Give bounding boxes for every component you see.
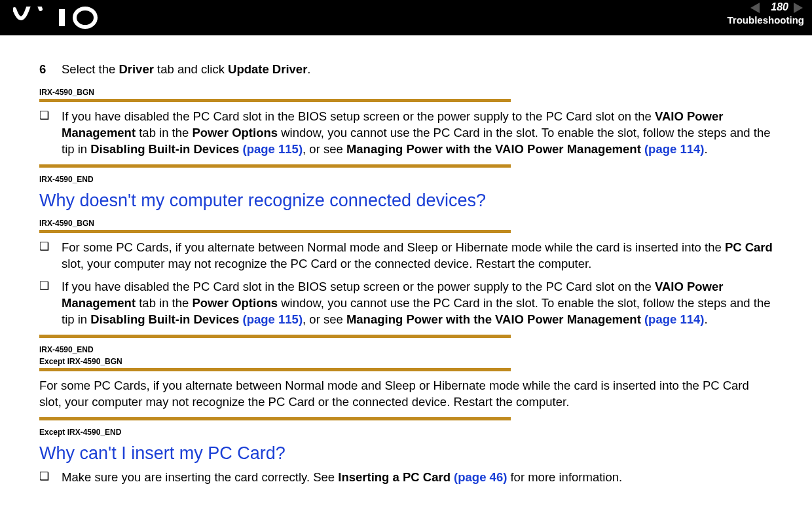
bullet-icon: ❑ [39,470,50,486]
rule-divider [39,230,511,233]
bullet-item: ❑ If you have disabled the PC Card slot … [39,109,773,158]
bullet-item: ❑ For some PC Cards, if you alternate be… [39,240,773,272]
bullet-item: ❑ Make sure you are inserting the card c… [39,470,773,486]
rule-divider [39,164,511,168]
rule-divider [39,417,511,420]
section-name: Troubleshooting [728,14,805,26]
bullet-text: Make sure you are inserting the card cor… [62,470,622,486]
bullet-text: If you have disabled the PC Card slot in… [62,279,773,328]
step-row: 6 Select the Driver tab and click Update… [39,62,773,78]
step-number: 6 [39,62,50,78]
page-link[interactable]: (page 115) [243,142,303,156]
vaio-logo-svg [13,7,105,29]
marker-except-bgn: Except IRX-4590_BGN [39,356,773,367]
page-link[interactable]: (page 46) [454,470,507,484]
section-heading: Why can't I insert my PC Card? [39,441,773,465]
page-link[interactable]: (page 114) [644,142,705,156]
rule-divider [39,368,511,371]
marker-end: IRX-4590_END [39,344,773,355]
bullet-text: For some PC Cards, if you alternate betw… [62,240,773,272]
bullet-icon: ❑ [39,240,50,272]
section-heading: Why doesn't my computer recognize connec… [39,189,773,212]
nav-prev-icon[interactable] [750,3,760,13]
bullet-icon: ❑ [39,109,50,158]
marker-bgn: IRX-4590_BGN [39,87,773,98]
svg-rect-0 [59,9,65,26]
bullet-icon: ❑ [39,279,50,328]
rule-divider [39,335,511,338]
vaio-logo [13,7,105,29]
page-link[interactable]: (page 115) [243,312,303,326]
rule-divider [39,99,511,102]
marker-except-end: Except IRX-4590_END [39,427,773,437]
page-number: 180 [771,1,788,13]
bullet-text: If you have disabled the PC Card slot in… [62,109,773,158]
marker-bgn: IRX-4590_BGN [39,218,773,229]
marker-end: IRX-4590_END [39,174,773,185]
page-content: 6 Select the Driver tab and click Update… [0,35,812,512]
header-bar: 180 Troubleshooting [0,0,812,35]
paragraph: For some PC Cards, if you alternate betw… [39,378,773,411]
bullet-item: ❑ If you have disabled the PC Card slot … [39,279,773,328]
svg-point-1 [75,9,96,27]
page-link[interactable]: (page 114) [644,312,705,326]
step-text: Select the Driver tab and click Update D… [62,62,311,78]
nav-next-icon[interactable] [794,3,803,13]
